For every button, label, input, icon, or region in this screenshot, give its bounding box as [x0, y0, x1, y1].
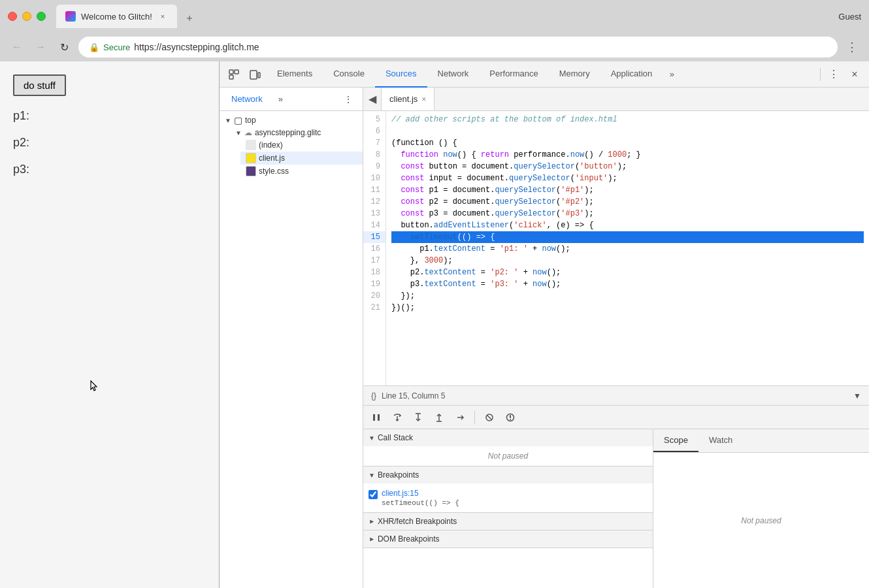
sources-toolbar-menu[interactable]: ⋮	[339, 90, 357, 108]
back-button[interactable]: ←	[8, 38, 26, 56]
line-9: 9	[363, 161, 385, 172]
cloud-icon: ☁	[244, 128, 252, 137]
line-11: 11	[363, 184, 385, 196]
xhr-breakpoints-header[interactable]: ▼ XHR/fetch Breakpoints	[363, 513, 653, 530]
deactivate-breakpoints-button[interactable]	[482, 410, 497, 425]
tab-network[interactable]: Network	[427, 61, 480, 88]
browser-tab[interactable]: Welcome to Glitch! ×	[56, 5, 177, 28]
tree-item-clientjs[interactable]: client.js	[240, 152, 363, 165]
address-input[interactable]: 🔒 Secure https://asyncstepping.glitch.me	[78, 37, 838, 57]
p3-label: p3:	[13, 163, 206, 176]
tab-performance[interactable]: Performance	[479, 61, 548, 88]
code-content[interactable]: // add other scripts at the bottom of in…	[386, 111, 869, 385]
sources-network-tab[interactable]: Network	[225, 91, 269, 106]
tree-label-index: (index)	[259, 140, 283, 150]
not-paused-label: Not paused	[363, 446, 653, 466]
page-content: do stuff p1: p2: p3:	[0, 61, 219, 588]
secure-text: Secure	[103, 42, 130, 52]
line-19: 19	[363, 278, 385, 290]
svg-rect-1	[189, 16, 189, 21]
tree-item-domain[interactable]: ▼ ☁ asyncstepping.glitc	[230, 127, 363, 139]
breakpoint-file: client.js:15	[382, 489, 459, 498]
line-numbers: 5 6 7 8 9 10 11 12 13 14 15 16 17 18	[363, 111, 386, 385]
file-tab-close[interactable]: ×	[421, 95, 426, 104]
tab-console[interactable]: Console	[323, 61, 375, 88]
tab-close-button[interactable]: ×	[157, 11, 168, 22]
svg-rect-18	[510, 419, 511, 420]
svg-rect-4	[229, 75, 233, 79]
guest-label: Guest	[838, 12, 861, 22]
pause-on-exceptions-button[interactable]	[502, 410, 518, 425]
tab-sources[interactable]: Sources	[375, 61, 427, 88]
xhr-breakpoints-section: ▼ XHR/fetch Breakpoints	[363, 513, 653, 531]
step-button[interactable]	[452, 410, 468, 425]
xhr-breakpoints-label: XHR/fetch Breakpoints	[378, 517, 457, 526]
step-into-button[interactable]	[410, 410, 426, 425]
scope-tab[interactable]: Scope	[653, 429, 698, 452]
tab-application[interactable]: Application	[600, 61, 663, 88]
close-window-button[interactable]	[8, 12, 17, 21]
scope-watch-tabs: Scope Watch	[653, 429, 869, 453]
devtools-close-button[interactable]: ×	[845, 65, 864, 84]
line-14: 14	[363, 220, 385, 231]
breakpoints-content: client.js:15 setTimeout(() => {	[363, 483, 653, 512]
call-stack-header[interactable]: ▼ Call Stack	[363, 429, 653, 446]
p1-label: p1:	[13, 109, 206, 123]
watch-tab[interactable]: Watch	[698, 429, 743, 452]
statusbar-right[interactable]: ▼	[853, 391, 861, 400]
address-url: https://asyncstepping.glitch.me	[134, 42, 259, 52]
element-picker-button[interactable]	[225, 65, 243, 84]
line-15: 15	[363, 231, 385, 243]
collapse-icon: ▼	[235, 129, 242, 137]
minimize-window-button[interactable]	[22, 12, 31, 21]
svg-rect-3	[235, 70, 238, 74]
debug-toolbar	[363, 406, 869, 429]
tab-title: Welcome to Glitch!	[81, 12, 152, 22]
dom-breakpoints-header[interactable]: ▼ DOM Breakpoints	[363, 531, 653, 547]
code-line-20: });	[391, 290, 864, 302]
line-20: 20	[363, 290, 385, 302]
maximize-window-button[interactable]	[37, 12, 46, 21]
tab-elements[interactable]: Elements	[267, 61, 323, 88]
tab-memory[interactable]: Memory	[549, 61, 600, 88]
file-tab-clientjs[interactable]: client.js ×	[382, 88, 434, 110]
collapse-triangle-icon: ▼	[369, 434, 375, 442]
breakpoints-section: ▼ Breakpoints client.js:15 setTimeout(()…	[363, 466, 653, 513]
navigate-back-button[interactable]: ◀	[363, 88, 382, 110]
devtools-settings-button[interactable]: ⋮	[825, 65, 843, 84]
tree-label-clientjs: client.js	[259, 154, 285, 163]
code-line-19: p3.textContent = 'p3: ' + now();	[391, 278, 864, 290]
breakpoint-code: setTimeout(() => {	[382, 499, 459, 507]
code-editor[interactable]: 5 6 7 8 9 10 11 12 13 14 15 16 17 18	[363, 111, 869, 385]
breakpoint-item: client.js:15 setTimeout(() => {	[369, 486, 648, 510]
line-10: 10	[363, 172, 385, 184]
forward-button[interactable]: →	[31, 38, 50, 56]
code-line-8: function now() { return performance.now(…	[391, 149, 864, 161]
new-tab-button[interactable]	[180, 8, 199, 28]
step-over-button[interactable]	[389, 410, 405, 425]
code-line-13: const p3 = document.querySelector('#p3')…	[391, 208, 864, 220]
more-tabs-button[interactable]: »	[663, 61, 681, 88]
tree-label-domain: asyncstepping.glitc	[255, 128, 321, 137]
pause-resume-button[interactable]	[369, 410, 384, 425]
call-stack-section: ▼ Call Stack Not paused	[363, 429, 653, 466]
line-21: 21	[363, 302, 385, 314]
do-stuff-button[interactable]: do stuff	[13, 74, 66, 96]
browser-menu-button[interactable]: ⋮	[843, 38, 861, 56]
tree-item-stylecss[interactable]: style.css	[240, 165, 363, 178]
device-toolbar-button[interactable]	[246, 65, 264, 84]
breakpoint-checkbox[interactable]	[369, 490, 378, 499]
debug-right-panel: Scope Watch Not paused	[653, 429, 869, 588]
sources-more-tab[interactable]: »	[272, 91, 289, 106]
tree-item-index[interactable]: (index)	[240, 139, 363, 152]
breakpoints-header[interactable]: ▼ Breakpoints	[363, 466, 653, 483]
code-line-21: })();	[391, 302, 864, 314]
code-line-5: // add other scripts at the bottom of in…	[391, 114, 864, 125]
statusbar-dropdown-icon: ▼	[853, 391, 861, 400]
step-out-button[interactable]	[431, 410, 447, 425]
code-line-7: (function () {	[391, 137, 864, 149]
tree-item-top[interactable]: ▼ ▢ top	[220, 114, 363, 127]
toolbar-separator	[820, 68, 821, 81]
refresh-button[interactable]: ↻	[55, 38, 73, 56]
debug-left-panel: ▼ Call Stack Not paused ▼ Breakpoints	[363, 429, 653, 588]
